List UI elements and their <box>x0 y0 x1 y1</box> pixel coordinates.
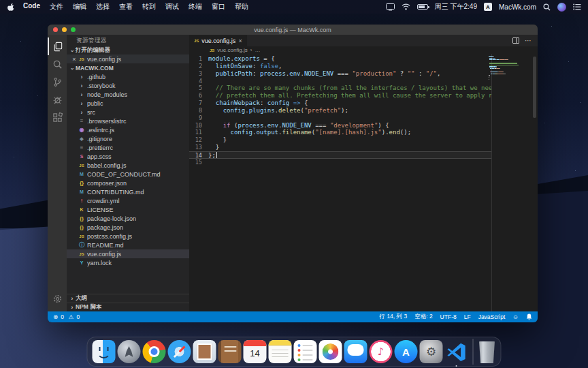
menu-item-2[interactable]: 编辑 <box>73 2 86 12</box>
tree-item[interactable]: Sapp.scss <box>67 152 189 161</box>
code-line-13[interactable]: 13 } <box>189 144 492 151</box>
debug-icon[interactable] <box>48 91 67 108</box>
tree-item[interactable]: {}package.json <box>67 223 189 232</box>
dock-trash-icon[interactable] <box>478 341 496 363</box>
code-line-12[interactable]: 12 } <box>189 136 492 144</box>
code-line-7[interactable]: 7 chainWebpack: config => { <box>189 99 492 107</box>
tree-item[interactable]: ›.storybook <box>67 81 189 90</box>
close-editor-icon[interactable]: × <box>71 56 78 63</box>
spotlight-icon[interactable] <box>543 3 551 11</box>
close-window-button[interactable] <box>53 27 58 32</box>
dock-photos-icon[interactable] <box>319 340 342 363</box>
status-item-4[interactable]: JavaScript <box>478 313 506 320</box>
zoom-window-button[interactable] <box>71 27 76 32</box>
tree-item[interactable]: ⓘREADME.md <box>67 241 189 249</box>
dock-vscode-icon[interactable] <box>445 340 468 363</box>
warning-count[interactable]: 0 <box>76 313 80 320</box>
open-editor-item[interactable]: × JS vue.config.js <box>67 55 189 63</box>
menu-account[interactable]: MacWk.com <box>499 3 536 11</box>
code-line-10[interactable]: 10 if (process.env.NODE_ENV === "develop… <box>189 122 492 129</box>
extensions-icon[interactable] <box>48 108 67 126</box>
menu-clock[interactable]: 周三 下午2:49 <box>435 2 477 12</box>
dock-music-icon[interactable]: ♪ <box>370 340 393 363</box>
code-line-4[interactable]: 4 <box>189 78 492 85</box>
dock-system-preferences-icon[interactable]: ⚙ <box>420 340 443 363</box>
minimize-window-button[interactable] <box>62 27 67 32</box>
tree-item[interactable]: Yyarn.lock <box>67 258 189 267</box>
menu-item-1[interactable]: 文件 <box>50 2 63 12</box>
tree-item[interactable]: KLICENSE <box>67 205 189 214</box>
tree-item[interactable]: ◆.gitignore <box>67 134 189 143</box>
dock-finder-icon[interactable] <box>93 340 116 363</box>
status-item-2[interactable]: UTF-8 <box>440 313 457 320</box>
breadcrumb[interactable]: JS vue.config.js › … <box>189 46 538 54</box>
editor-scrollbar[interactable] <box>533 57 536 118</box>
code-line-3[interactable]: 3 publicPath: process.env.NODE_ENV === "… <box>189 70 492 78</box>
tree-item[interactable]: JSpostcss.config.js <box>67 232 189 241</box>
siri-icon[interactable] <box>557 3 566 12</box>
feedback-smiley-icon[interactable]: ☺ <box>512 313 519 320</box>
tree-item[interactable]: {}composer.json <box>67 179 189 187</box>
tree-item[interactable]: !crowdin.yml <box>67 196 189 205</box>
error-icon[interactable]: ⊗ <box>53 313 58 320</box>
source-control-icon[interactable] <box>48 73 67 91</box>
dock-safari-icon[interactable] <box>168 340 191 363</box>
menu-item-6[interactable]: 调试 <box>165 2 179 12</box>
dock-calendar-icon[interactable]: 14 <box>244 340 267 363</box>
code-line-15[interactable]: 15 <box>189 159 492 166</box>
menu-item-3[interactable]: 选择 <box>96 2 110 12</box>
dock-mail-icon[interactable] <box>193 340 216 363</box>
tree-item[interactable]: ◉.eslintrc.js <box>67 125 189 134</box>
wifi-icon[interactable] <box>402 3 410 10</box>
explorer-icon[interactable] <box>48 37 67 55</box>
more-actions-icon[interactable]: ⋯ <box>525 37 532 44</box>
code-line-5[interactable]: 5 // There are so many chunks (from all … <box>189 85 492 92</box>
display-icon[interactable] <box>386 3 395 11</box>
tree-item[interactable]: MCODE_OF_CONDUCT.md <box>67 170 189 179</box>
dock-reminders-icon[interactable] <box>294 340 317 363</box>
tab-vue-config-js[interactable]: JS vue.config.js × <box>189 35 247 46</box>
tree-item[interactable]: {}package-lock.json <box>67 214 189 223</box>
menu-item-5[interactable]: 转到 <box>142 2 156 12</box>
code-line-8[interactable]: 8 config.plugins.delete("prefetch"); <box>189 107 492 114</box>
dock-launchpad-icon[interactable] <box>118 340 141 363</box>
code-line-1[interactable]: 1module.exports = { <box>189 55 492 63</box>
tree-item[interactable]: JSvue.config.js <box>67 249 189 258</box>
tree-item[interactable]: ›.github <box>67 72 189 81</box>
open-editors-header[interactable]: ⌄打开的编辑器 <box>67 46 189 55</box>
folder-root-header[interactable]: ⌄MACWK.COM <box>67 63 189 72</box>
tree-item[interactable]: ≡.prettierrc <box>67 143 189 152</box>
code-line-9[interactable]: 9 <box>189 114 492 122</box>
breadcrumb-file[interactable]: vue.config.js <box>217 47 247 53</box>
dock-chrome-icon[interactable] <box>143 340 166 363</box>
battery-icon[interactable] <box>417 4 428 10</box>
breadcrumb-more[interactable]: … <box>255 47 260 53</box>
window-titlebar[interactable]: vue.config.js — MacWk.com <box>48 25 538 35</box>
status-item-0[interactable]: 行 14, 列 3 <box>380 313 408 321</box>
code-line-6[interactable]: 6 // prefetch them all. Prefetching them… <box>189 92 492 99</box>
notifications-bell-icon[interactable] <box>526 313 532 320</box>
close-tab-icon[interactable]: × <box>238 37 242 44</box>
menu-item-4[interactable]: 查看 <box>119 2 133 12</box>
status-item-3[interactable]: LF <box>464 313 471 320</box>
code-line-2[interactable]: 2 lintOnSave: false, <box>189 63 492 70</box>
error-count[interactable]: 0 <box>61 313 64 320</box>
outline-section[interactable]: ›大纲 <box>67 294 189 303</box>
menu-item-8[interactable]: 窗口 <box>212 2 225 12</box>
code-editor[interactable]: 1module.exports = {2 lintOnSave: false,3… <box>189 54 538 311</box>
code-line-11[interactable]: 11 config.output.filename("[name].[hash]… <box>189 129 492 136</box>
minimap[interactable] <box>489 56 519 82</box>
tree-item[interactable]: ≡.browserslistrc <box>67 117 189 125</box>
warning-icon[interactable]: ⚠ <box>69 313 74 320</box>
dock-contacts-icon[interactable] <box>218 340 242 363</box>
tree-item[interactable]: MCONTRIBUTING.md <box>67 187 189 196</box>
tree-item[interactable]: ›node_modules <box>67 90 189 99</box>
status-item-1[interactable]: 空格: 2 <box>414 313 432 321</box>
settings-gear-icon[interactable] <box>48 290 67 307</box>
tree-item[interactable]: ›src <box>67 108 189 117</box>
npm-scripts-section[interactable]: ›NPM 脚本 <box>67 303 189 311</box>
code-line-14[interactable]: 14}; <box>189 151 492 159</box>
menu-item-7[interactable]: 终端 <box>189 2 202 12</box>
apple-menu-icon[interactable] <box>7 3 15 11</box>
input-source-icon[interactable]: A <box>484 3 492 11</box>
